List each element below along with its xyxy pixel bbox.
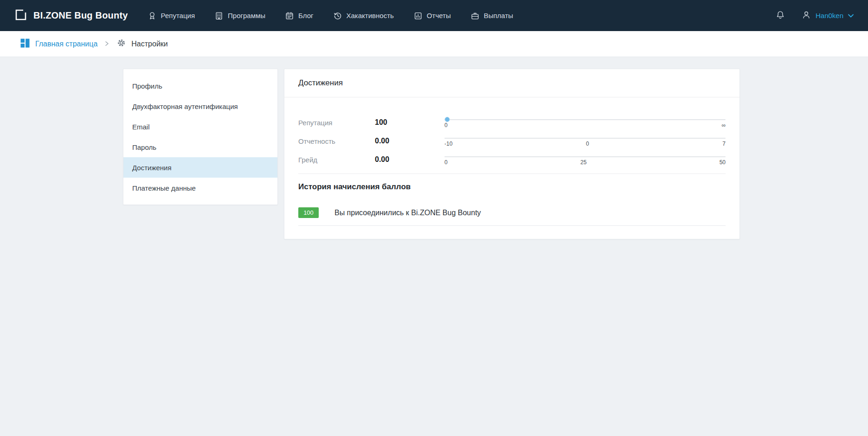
bizone-logo-icon [14, 8, 28, 24]
nav-label: Выплаты [484, 12, 513, 19]
metric-row-reporting: Отчетность 0.00 -10 0 7 [298, 133, 726, 149]
nav-item-blog[interactable]: Блог [285, 11, 313, 21]
history-item: 100 Вы присоединились к Bi.ZONE Bug Boun… [298, 207, 726, 226]
slider-track [444, 138, 726, 139]
app-logo[interactable]: BI.ZONE Bug Bounty [14, 8, 128, 24]
user-icon [801, 9, 811, 22]
grade-slider[interactable]: 0 25 50 [444, 154, 726, 166]
settings-item-payment-data[interactable]: Платежные данные [123, 178, 277, 198]
app-title: BI.ZONE Bug Bounty [33, 10, 128, 21]
metric-label: Отчетность [298, 137, 375, 145]
settings-page: Профиль Двухфакторная аутентификация Ema… [0, 57, 868, 239]
nav-label: Хакактивность [347, 12, 394, 19]
achievements-title: Достижения [284, 69, 739, 97]
chevron-down-icon [848, 12, 854, 20]
programs-icon [214, 11, 224, 21]
gear-icon [116, 38, 126, 50]
nav-item-payouts[interactable]: Выплаты [470, 11, 513, 21]
scale-min: -10 [444, 141, 452, 147]
nav-label: Отчеты [427, 12, 451, 19]
metric-label: Грейд [298, 156, 375, 164]
nav-label: Блог [298, 12, 313, 19]
nav-item-reports[interactable]: Отчеты [413, 11, 451, 21]
settings-item-profile[interactable]: Профиль [123, 76, 277, 96]
reputation-slider[interactable]: 0 ∞ [444, 117, 726, 128]
metric-value: 0.00 [375, 137, 431, 145]
blog-icon [285, 11, 294, 21]
dashboard-grid-icon [20, 38, 30, 50]
history-item-text: Вы присоединились к Bi.ZONE Bug Bounty [334, 209, 481, 217]
nav-label: Программы [228, 12, 265, 19]
breadcrumb-current: Настройки [116, 38, 167, 50]
slider-scale: 0 25 50 [444, 159, 726, 166]
metric-value: 0.00 [375, 155, 431, 164]
scale-max: ∞ [721, 122, 726, 128]
reports-icon [413, 11, 423, 21]
settings-item-password[interactable]: Пароль [123, 137, 277, 157]
nav-item-programs[interactable]: Программы [214, 11, 265, 21]
slider-scale: -10 0 7 [444, 141, 726, 147]
metric-value: 100 [375, 118, 431, 127]
points-history-section: История начисления баллов 100 Вы присоед… [298, 173, 726, 226]
breadcrumb: Главная страница Настройки [0, 31, 868, 57]
settings-menu: Профиль Двухфакторная аутентификация Ema… [123, 69, 278, 205]
breadcrumb-separator-icon [103, 40, 111, 48]
slider-track [444, 156, 726, 157]
primary-nav: Репутация Программы Блог [148, 11, 513, 21]
nav-label: Репутация [161, 12, 195, 19]
breadcrumb-current-label: Настройки [131, 40, 167, 48]
achievements-panel: Достижения Репутация 100 0 ∞ Отчетн [284, 69, 740, 239]
settings-item-2fa[interactable]: Двухфакторная аутентификация [123, 96, 277, 116]
reputation-icon [148, 11, 157, 21]
scale-mid: 0 [586, 141, 589, 147]
slider-track [444, 119, 726, 120]
nav-item-reputation[interactable]: Репутация [148, 11, 195, 21]
slider-scale: 0 ∞ [444, 122, 726, 128]
hackactivity-icon [333, 11, 342, 21]
user-menu[interactable]: Han0ken [801, 9, 854, 22]
scale-min: 0 [444, 159, 448, 166]
notifications-bell-icon[interactable] [775, 9, 785, 22]
scale-max: 50 [720, 159, 726, 166]
reporting-slider[interactable]: -10 0 7 [444, 135, 726, 147]
breadcrumb-home-link[interactable]: Главная страница [20, 38, 97, 50]
payouts-icon [470, 11, 480, 21]
scale-max: 7 [722, 141, 726, 147]
slider-dot[interactable] [445, 117, 450, 122]
points-history-title: История начисления баллов [298, 182, 726, 192]
topbar-right-cluster: Han0ken [775, 9, 854, 22]
metric-row-reputation: Репутация 100 0 ∞ [298, 114, 726, 131]
scale-min: 0 [444, 122, 448, 128]
settings-item-email[interactable]: Email [123, 116, 277, 137]
scale-mid: 25 [580, 159, 586, 166]
points-badge: 100 [298, 207, 319, 218]
metric-row-grade: Грейд 0.00 0 25 50 [298, 151, 726, 168]
achievements-metrics: Репутация 100 0 ∞ Отчетность 0.00 [284, 97, 739, 168]
user-name: Han0ken [816, 12, 843, 19]
top-navigation-bar: BI.ZONE Bug Bounty Репутация Программы [0, 0, 868, 31]
nav-item-hackactivity[interactable]: Хакактивность [333, 11, 394, 21]
metric-label: Репутация [298, 119, 375, 127]
breadcrumb-home-label: Главная страница [35, 40, 97, 48]
settings-item-achievements[interactable]: Достижения [123, 157, 277, 178]
